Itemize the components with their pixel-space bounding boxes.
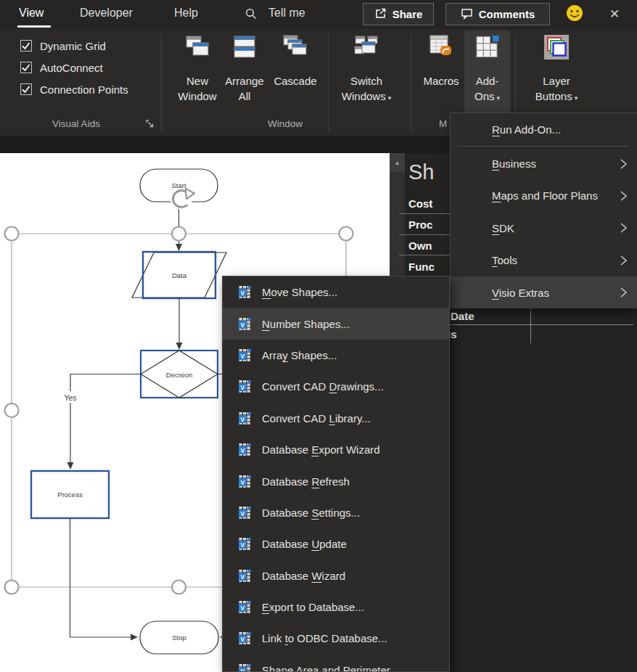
menu-item-label: Business xyxy=(492,157,615,170)
process-label: Process xyxy=(57,491,83,499)
svg-text:V: V xyxy=(241,384,245,391)
svg-text:V: V xyxy=(241,290,245,297)
comments-icon xyxy=(461,7,473,22)
menu-item-business[interactable]: Business xyxy=(451,147,637,179)
visio-addon-icon: V xyxy=(239,475,251,488)
layer-buttons-label: Layer xyxy=(543,75,570,87)
menu-item-convert-cad-drawings[interactable]: VConvert CAD Drawings... xyxy=(223,371,449,402)
tab-view[interactable]: View xyxy=(19,7,44,20)
visio-extras-submenu: VMove Shapes...VNumber Shapes...VArray S… xyxy=(222,276,450,672)
visio-addon-icon: V xyxy=(239,349,251,361)
comments-button[interactable]: Comments xyxy=(445,3,550,25)
panel-heading: Sh xyxy=(408,160,434,184)
start-label: Start xyxy=(171,181,186,189)
tab-developer[interactable]: Developer xyxy=(80,7,133,20)
new-window-icon xyxy=(184,35,210,62)
switch-windows-icon xyxy=(353,35,379,62)
stop-label: Stop xyxy=(172,634,186,642)
tab-help[interactable]: Help xyxy=(174,7,198,20)
menu-item-export-to-database[interactable]: VExport to Database... xyxy=(223,591,449,623)
svg-text:V: V xyxy=(241,636,245,643)
menu-item-shape-area-and-perimeter[interactable]: VShape Area and Perimeter xyxy=(223,655,449,672)
layer-buttons-button[interactable]: Layer Buttons▾ xyxy=(518,30,595,116)
tell-me-box[interactable]: Tell me xyxy=(268,7,305,20)
add-ons-icon xyxy=(474,35,501,62)
visio-addon-icon: V xyxy=(239,601,251,613)
dropdown-arrow-icon: ▾ xyxy=(575,94,578,102)
menu-item-label: Number Shapes... xyxy=(262,318,439,330)
menu-item-maps-and-floor-plans[interactable]: Maps and Floor Plans xyxy=(451,180,637,212)
dropdown-arrow-icon: ▾ xyxy=(388,94,392,102)
menu-item-tools[interactable]: Tools xyxy=(451,245,637,276)
checkbox-connection-points[interactable]: Connection Points xyxy=(0,78,128,100)
menu-item-sdk[interactable]: SDK xyxy=(451,212,637,244)
close-button[interactable]: ✕ xyxy=(609,7,620,22)
scroll-up-button[interactable]: ▲ xyxy=(390,153,405,172)
panel-grid-vline xyxy=(530,308,531,343)
switch-windows-button[interactable]: Switch Windows▾ xyxy=(332,30,401,116)
macros-icon xyxy=(429,35,453,60)
group-label-macros-fragment: M xyxy=(439,118,447,129)
layer-buttons-icon xyxy=(543,35,570,63)
share-button[interactable]: Share xyxy=(363,3,434,25)
menu-item-label: Run Add-On... xyxy=(492,123,627,136)
submenu-chevron-icon xyxy=(620,190,627,202)
rotation-handle[interactable] xyxy=(170,188,194,210)
menu-item-database-refresh[interactable]: VDatabase Refresh xyxy=(223,465,449,496)
menu-separator xyxy=(458,146,630,147)
menu-item-label: Export to Database... xyxy=(262,601,439,613)
share-icon xyxy=(374,7,387,22)
visio-addon-icon: V xyxy=(239,664,251,672)
add-ons-button[interactable]: Add- Ons▾ xyxy=(464,30,510,112)
svg-text:V: V xyxy=(241,447,245,454)
active-tab-underline xyxy=(17,25,51,28)
submenu-chevron-icon xyxy=(620,222,627,234)
visio-addon-icon: V xyxy=(239,380,251,393)
menu-item-database-export-wizard[interactable]: VDatabase Export Wizard xyxy=(223,434,449,465)
macros-button[interactable]: Macros xyxy=(419,30,464,116)
dialog-launcher-icon[interactable] xyxy=(145,118,155,131)
title-bar: View Developer Help Tell me Share Commen… xyxy=(0,0,637,29)
menu-item-database-update[interactable]: VDatabase Update xyxy=(223,528,449,560)
group-inner-separator xyxy=(328,33,329,132)
arrange-all-label: Arrange xyxy=(225,75,263,87)
menu-item-visio-extras[interactable]: Visio Extras xyxy=(451,276,637,308)
menu-item-run-add-on[interactable]: Run Add-On... xyxy=(451,113,637,145)
menu-item-link-to-odbc-database[interactable]: VLink to ODBC Database... xyxy=(223,623,449,654)
cascade-icon xyxy=(282,35,308,62)
visio-addon-icon: V xyxy=(239,632,251,644)
new-window-button[interactable]: New Window xyxy=(172,30,223,116)
menu-item-label: Database Update xyxy=(262,538,439,550)
visio-addon-icon: V xyxy=(239,443,251,456)
menu-item-database-settings[interactable]: VDatabase Settings... xyxy=(223,497,449,528)
menu-item-array-shapes[interactable]: VArray Shapes... xyxy=(223,340,449,371)
feedback-smiley-icon[interactable] xyxy=(565,4,584,25)
menu-item-convert-cad-library[interactable]: VConvert CAD Library... xyxy=(223,403,449,434)
menu-item-label: Array Shapes... xyxy=(262,349,439,361)
search-icon[interactable] xyxy=(244,7,258,23)
svg-text:V: V xyxy=(241,541,245,549)
menu-item-label: Database Settings... xyxy=(262,507,439,519)
group-label-visual-aids: Visual Aids xyxy=(0,118,152,129)
menu-item-database-wizard[interactable]: VDatabase Wizard xyxy=(223,560,449,591)
panel-row-cost: Cost xyxy=(408,197,432,210)
menu-item-label: Link to ODBC Database... xyxy=(262,632,439,644)
cascade-button[interactable]: Cascade xyxy=(266,30,324,116)
visio-addon-icon: V xyxy=(239,318,251,330)
menu-item-label: SDK xyxy=(492,222,615,234)
menu-item-move-shapes[interactable]: VMove Shapes... xyxy=(223,276,449,308)
visio-addon-icon: V xyxy=(239,286,251,298)
arrange-all-button[interactable]: Arrange All xyxy=(223,30,266,116)
cascade-label: Cascade xyxy=(274,75,316,87)
menu-item-number-shapes[interactable]: VNumber Shapes... xyxy=(223,308,449,339)
checkbox-dynamic-grid[interactable]: Dynamic Grid xyxy=(0,35,128,57)
checkbox-icon xyxy=(20,40,32,52)
submenu-chevron-icon xyxy=(620,158,627,170)
menu-item-label: Convert CAD Library... xyxy=(262,412,439,425)
checkbox-icon xyxy=(20,83,32,95)
share-label: Share xyxy=(393,8,423,20)
checkbox-autoconnect[interactable]: AutoConnect xyxy=(0,57,128,78)
menu-item-label: Maps and Floor Plans xyxy=(492,189,615,202)
macros-label: Macros xyxy=(423,75,459,87)
yes-connector-label: Yes xyxy=(64,393,76,402)
